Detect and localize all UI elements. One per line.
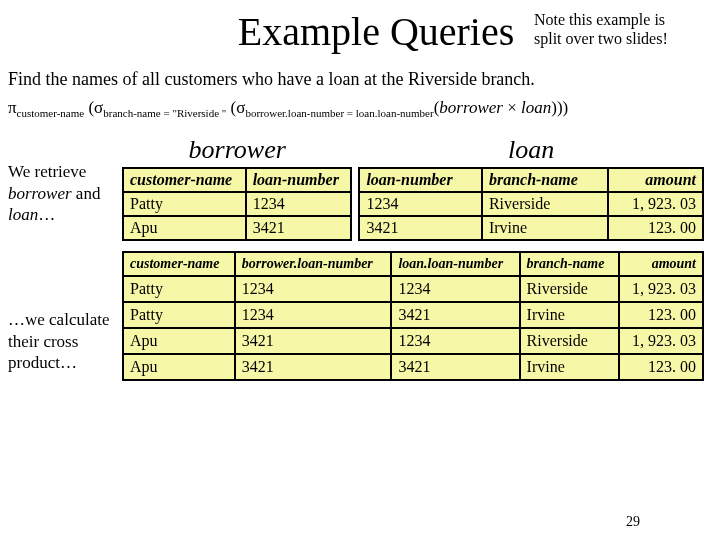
- cross-table-wrap: customer-name borrower.loan-number loan.…: [122, 251, 704, 381]
- note-line2: split over two slides!: [534, 30, 668, 47]
- borrower-table: customer-name loan-number Patty 1234 Apu…: [122, 167, 352, 241]
- table-row: customer-name borrower.loan-number loan.…: [123, 252, 703, 276]
- rel-loan: loan: [521, 98, 551, 117]
- col-loan-number: loan-number: [246, 168, 352, 192]
- col-branch-name: branch-name: [482, 168, 608, 192]
- table-row: 1234 Riverside 1, 923. 03: [359, 192, 703, 216]
- loan-heading: loan: [358, 135, 704, 165]
- top-tables-row: We retrieve borrower and loan… borrower …: [8, 135, 704, 241]
- loan-table: loan-number branch-name amount 1234 Rive…: [358, 167, 704, 241]
- cross-product-icon: ×: [507, 98, 517, 117]
- table-row: Apu 3421 3421 Irvine 123. 00: [123, 354, 703, 380]
- cross-product-table: customer-name borrower.loan-number loan.…: [122, 251, 704, 381]
- table-row: Apu 3421 1234 Riverside 1, 923. 03: [123, 328, 703, 354]
- page-title: Example Queries: [198, 8, 515, 55]
- col-borrower-loan-number: borrower.loan-number: [235, 252, 392, 276]
- table-row: Apu 3421: [123, 216, 351, 240]
- sigma-icon: σ: [236, 98, 245, 117]
- side-label-cross: …we calculate their cross product…: [8, 251, 122, 373]
- slide-header: Example Queries Note this example is spl…: [8, 8, 704, 55]
- table-row: Patty 1234 3421 Irvine 123. 00: [123, 302, 703, 328]
- side-label-retrieve: We retrieve borrower and loan…: [8, 135, 122, 225]
- header-note: Note this example is split over two slid…: [534, 10, 704, 48]
- table-row: 3421 Irvine 123. 00: [359, 216, 703, 240]
- relational-algebra-formula: πcustomer-name (σbranch-name = "Riversid…: [8, 98, 704, 119]
- col-branch-name: branch-name: [520, 252, 619, 276]
- col-loan-number: loan-number: [359, 168, 482, 192]
- table-row: Patty 1234: [123, 192, 351, 216]
- col-amount: amount: [619, 252, 703, 276]
- note-line1: Note this example is: [534, 11, 665, 28]
- proj-sub: customer-name: [17, 107, 85, 119]
- table-row: Patty 1234 1234 Riverside 1, 923. 03: [123, 276, 703, 302]
- page-number: 29: [626, 514, 640, 530]
- query-prompt: Find the names of all customers who have…: [8, 69, 704, 90]
- borrower-table-wrap: borrower customer-name loan-number Patty…: [122, 135, 352, 241]
- sel2-sub: borrower.loan-number = loan.loan-number: [245, 107, 433, 119]
- table-row: loan-number branch-name amount: [359, 168, 703, 192]
- pi-icon: π: [8, 98, 17, 117]
- sel1-sub: branch-name = "Riverside ": [103, 107, 226, 119]
- loan-table-wrap: loan loan-number branch-name amount 1234…: [358, 135, 704, 241]
- sigma-icon: σ: [94, 98, 103, 117]
- col-customer-name: customer-name: [123, 168, 246, 192]
- borrower-heading: borrower: [122, 135, 352, 165]
- rel-borrower: borrower: [439, 98, 503, 117]
- col-loan-loan-number: loan.loan-number: [391, 252, 519, 276]
- col-customer-name: customer-name: [123, 252, 235, 276]
- cross-product-row: …we calculate their cross product… custo…: [8, 251, 704, 381]
- table-row: customer-name loan-number: [123, 168, 351, 192]
- col-amount: amount: [608, 168, 703, 192]
